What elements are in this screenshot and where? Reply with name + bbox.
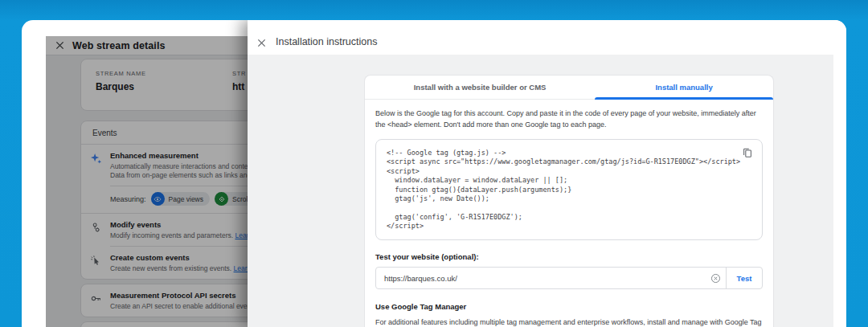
gtm-section-desc: For additional features including multip…	[375, 317, 763, 327]
tab-install-cms[interactable]: Install with a website builder or CMS	[365, 76, 595, 99]
install-card: Install with a website builder or CMS In…	[364, 75, 774, 327]
installation-instructions-body: Install with a website builder or CMS In…	[248, 55, 833, 327]
clear-input-icon[interactable]	[705, 273, 726, 284]
test-url-field: Test	[375, 267, 763, 289]
gtm-section-title: Use Google Tag Manager	[375, 302, 763, 311]
close-icon[interactable]	[257, 39, 266, 47]
app-window: Web stream details STREAM NAME Barques S…	[22, 20, 846, 327]
google-tag-code: <!-- Google tag (gtag.js) --> <script as…	[387, 149, 738, 231]
active-tab-underline	[595, 97, 773, 100]
install-intro-text: Below is the Google tag for this account…	[375, 108, 763, 130]
tab-label: Install manually	[655, 83, 712, 92]
test-website-label: Test your website (optional):	[375, 252, 763, 261]
copy-icon[interactable]	[740, 145, 755, 160]
test-url-input[interactable]	[376, 274, 705, 283]
install-tabs: Install with a website builder or CMS In…	[365, 76, 773, 100]
tab-install-manually[interactable]: Install manually	[595, 76, 773, 99]
google-tag-code-block: <!-- Google tag (gtag.js) --> <script as…	[375, 139, 763, 240]
modal-scrim	[46, 36, 248, 327]
installation-instructions-panel: Installation instructions Install with a…	[248, 20, 846, 327]
web-stream-details-panel: Web stream details STREAM NAME Barques S…	[46, 36, 248, 327]
panel-title: Installation instructions	[276, 36, 377, 47]
installation-instructions-header: Installation instructions	[248, 20, 846, 55]
test-button[interactable]: Test	[727, 274, 762, 283]
